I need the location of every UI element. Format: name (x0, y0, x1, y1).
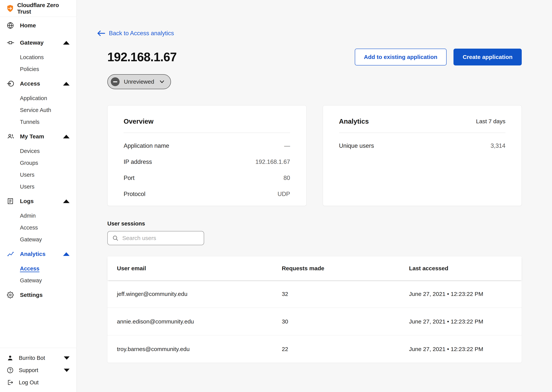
analytics-range: Last 7 days (476, 118, 505, 125)
sidebar-item-policies[interactable]: Policies (0, 63, 76, 75)
row-label: Protocol (124, 191, 145, 197)
search-users-box (107, 231, 204, 245)
sidebar-item-logs-access[interactable]: Access (0, 222, 76, 233)
sidebar-item-groups[interactable]: Groups (0, 157, 76, 169)
overview-row-protocol: Protocol UDP (124, 186, 290, 202)
last-accessed-cell: June 27, 2021 • 12:23:22 PM (409, 318, 522, 325)
back-to-access-analytics-link[interactable]: Back to Access analytics (97, 30, 174, 37)
column-header-user-email: User email (107, 265, 282, 272)
sidebar-item-settings[interactable]: Settings (0, 286, 76, 304)
analytics-row-unique-users: Unique users 3,314 (339, 138, 506, 154)
caret-down-icon (64, 357, 70, 360)
sidebar-item-my-team[interactable]: My Team (0, 128, 76, 145)
table-row[interactable]: jeff.winger@community.edu 32 June 27, 20… (107, 280, 522, 308)
requests-made-cell: 32 (282, 291, 409, 297)
account-label: Burrito Bot (19, 355, 45, 361)
analytics-icon (7, 250, 15, 258)
sidebar-item-label: Access (20, 80, 40, 87)
column-header-last-accessed: Last accessed (409, 265, 522, 272)
row-value: 192.168.1.67 (255, 159, 290, 165)
back-link-label: Back to Access analytics (109, 30, 174, 37)
gear-icon (7, 292, 15, 298)
brand-label: Cloudflare Zero Trust (17, 2, 70, 15)
collapse-caret-icon[interactable] (63, 135, 70, 138)
table-header-row: User email Requests made Last accessed (107, 256, 522, 280)
user-email-cell: jeff.winger@community.edu (107, 291, 282, 297)
page-title: 192.168.1.67 (107, 50, 177, 64)
collapse-caret-icon[interactable] (63, 82, 70, 85)
collapse-caret-icon[interactable] (63, 199, 70, 203)
analytics-card-title: Analytics (339, 118, 369, 125)
user-icon (7, 355, 15, 361)
row-label: Port (124, 175, 135, 182)
sidebar-item-label: Analytics (20, 251, 45, 257)
row-label: Unique users (339, 142, 374, 149)
gateway-icon (7, 39, 15, 46)
sidebar-item-analytics-access[interactable]: Access (0, 263, 76, 274)
overview-card: Overview Application name — IP address 1… (107, 105, 306, 206)
access-icon (7, 80, 15, 87)
add-to-existing-application-button[interactable]: Add to existing application (355, 49, 447, 65)
chevron-down-icon (159, 80, 165, 84)
logout-label: Log Out (19, 379, 38, 386)
sidebar-item-users-2[interactable]: Users (0, 181, 76, 193)
back-arrow-icon (97, 30, 105, 37)
row-label: IP address (124, 159, 152, 165)
create-application-button[interactable]: Create application (453, 49, 522, 65)
user-email-cell: troy.barnes@community.edu (107, 346, 282, 352)
sidebar-item-logs[interactable]: Logs (0, 193, 76, 210)
page-header: 192.168.1.67 Add to existing application… (107, 49, 522, 65)
row-label: Application name (124, 142, 169, 149)
brand: Cloudflare Zero Trust (0, 0, 76, 17)
user-sessions-table: User email Requests made Last accessed j… (107, 256, 522, 363)
sidebar-item-devices[interactable]: Devices (0, 145, 76, 157)
row-value: 80 (283, 175, 290, 182)
row-value: — (284, 142, 290, 149)
summary-cards: Overview Application name — IP address 1… (107, 105, 522, 206)
user-email-cell: annie.edison@community.edu (107, 318, 282, 325)
sidebar-item-analytics[interactable]: Analytics (0, 245, 76, 263)
user-sessions-label: User sessions (107, 221, 522, 227)
support-label: Support (19, 367, 38, 373)
sidebar-item-application[interactable]: Application (0, 92, 76, 104)
row-value: UDP (277, 191, 290, 197)
header-actions: Add to existing application Create appli… (355, 49, 522, 65)
sidebar-item-home[interactable]: Home (0, 17, 76, 34)
sidebar-item-logs-admin[interactable]: Admin (0, 210, 76, 222)
search-users-input[interactable] (122, 235, 199, 242)
logout-icon (7, 379, 15, 386)
overview-row-application-name: Application name — (124, 138, 290, 154)
sidebar-item-users[interactable]: Users (0, 169, 76, 181)
sidebar-item-access[interactable]: Access (0, 75, 76, 92)
overview-row-ip-address: IP address 192.168.1.67 (124, 154, 290, 170)
analytics-card: Analytics Last 7 days Unique users 3,314 (323, 105, 522, 206)
requests-made-cell: 30 (282, 318, 409, 325)
sidebar-item-label: My Team (20, 133, 44, 140)
table-row[interactable]: troy.barnes@community.edu 22 June 27, 20… (107, 335, 522, 363)
sidebar-item-label: Gateway (20, 39, 44, 46)
table-row[interactable]: annie.edison@community.edu 30 June 27, 2… (107, 308, 522, 335)
sidebar-item-service-auth[interactable]: Service Auth (0, 104, 76, 116)
sidebar-item-tunnels[interactable]: Tunnels (0, 116, 76, 128)
overview-row-port: Port 80 (124, 170, 290, 186)
sidebar-item-analytics-gateway[interactable]: Gateway (0, 274, 76, 286)
sidebar: Cloudflare Zero Trust Home Gate (0, 0, 77, 392)
collapse-caret-icon[interactable] (63, 41, 70, 45)
unreviewed-status-icon (111, 77, 120, 86)
main-content: Back to Access analytics 192.168.1.67 Ad… (77, 0, 552, 392)
table-body: jeff.winger@community.edu 32 June 27, 20… (107, 280, 522, 363)
sidebar-item-locations[interactable]: Locations (0, 51, 76, 63)
team-icon (7, 133, 15, 140)
sidebar-item-logs-gateway[interactable]: Gateway (0, 233, 76, 245)
sidebar-item-label: Logs (20, 198, 34, 204)
status-dropdown[interactable]: Unreviewed (107, 74, 171, 89)
last-accessed-cell: June 27, 2021 • 12:23:22 PM (409, 346, 522, 352)
sidebar-item-gateway[interactable]: Gateway (0, 34, 76, 51)
status-label: Unreviewed (124, 78, 154, 85)
collapse-caret-icon[interactable] (63, 252, 70, 256)
log-out[interactable]: Log Out (0, 376, 76, 389)
account-menu[interactable]: Burrito Bot (0, 352, 76, 364)
requests-made-cell: 22 (282, 346, 409, 352)
support-menu[interactable]: Support (0, 364, 76, 376)
logs-icon (7, 198, 15, 205)
